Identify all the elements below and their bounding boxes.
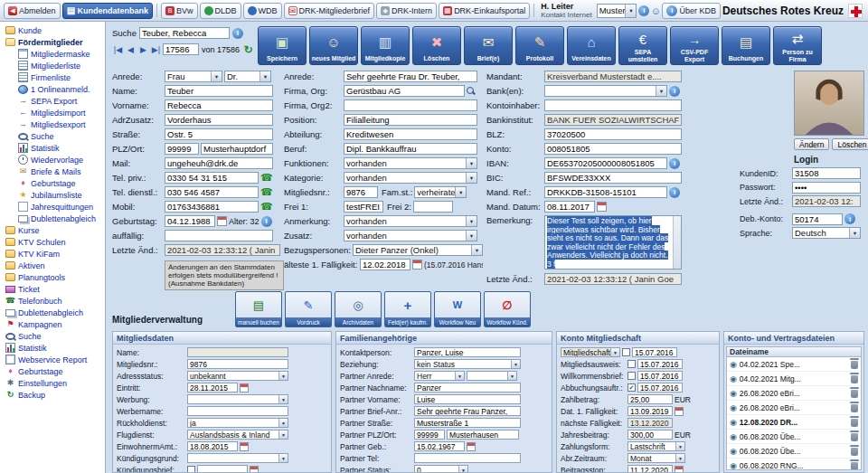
telpriv-input[interactable] — [165, 172, 259, 184]
firma-input[interactable] — [344, 85, 465, 97]
sidebar-item[interactable]: Mitgliedermaske — [2, 48, 105, 60]
debkonto-input[interactable] — [792, 213, 843, 225]
admin-button[interactable]: manuell buchen — [235, 291, 282, 327]
app-bvw-button[interactable]: BVw — [161, 3, 198, 19]
file-row[interactable]: 04.02.2021 Spe... — [727, 357, 861, 372]
sidebar-item[interactable]: Statistik — [2, 142, 105, 154]
admin-button[interactable]: Vordruck — [285, 291, 332, 327]
bezugspersonen-select[interactable]: Dieter Panzer (Onkel) — [353, 244, 483, 256]
file-row[interactable]: 06.08.2020 Übe... — [727, 430, 861, 444]
sidebar-item[interactable]: Geburtstage — [2, 177, 105, 189]
sidebar-item[interactable]: Kunde — [2, 24, 105, 36]
calendar-icon[interactable] — [467, 442, 476, 451]
file-row[interactable]: 04.02.2021 Mitg... — [727, 372, 861, 386]
banken-select[interactable] — [544, 85, 667, 97]
app-dldb-button[interactable]: DLDB — [200, 3, 241, 19]
partner-tel-input[interactable] — [414, 453, 521, 463]
briefanrede-input[interactable] — [344, 71, 477, 82]
md-mitgliedsnr-input[interactable] — [187, 359, 288, 369]
phone-icon[interactable] — [260, 173, 273, 183]
sidebar-item[interactable]: Webservice Report — [2, 354, 105, 365]
sidebar-item[interactable]: Telefonbuch — [2, 295, 105, 307]
partner-ort-input[interactable] — [447, 430, 519, 440]
partner-vorname-input[interactable] — [414, 394, 521, 404]
anrede-select[interactable]: Frau — [165, 71, 222, 82]
zahlbetrag-input[interactable] — [627, 394, 673, 404]
teldienst-input[interactable] — [165, 186, 259, 198]
app-wdb-button[interactable]: WDB — [243, 3, 282, 19]
partner-titel-select[interactable] — [467, 371, 517, 381]
sidebar-item[interactable]: Aktiven — [2, 260, 105, 271]
delete-file-icon[interactable] — [851, 462, 858, 470]
vorname-input[interactable] — [165, 99, 273, 111]
photo-change-button[interactable]: Ändern — [794, 138, 829, 150]
zusatz-select[interactable]: vorhanden — [344, 230, 477, 241]
toolbar-button[interactable]: Speichern — [258, 26, 307, 65]
titel-select[interactable]: Dr. — [224, 71, 271, 82]
view-file-icon[interactable] — [730, 360, 737, 369]
abbuchungsauftrag-checkbox[interactable] — [627, 383, 636, 392]
dat1-faelligkeit-input[interactable] — [627, 406, 673, 416]
eintritt-input[interactable] — [187, 383, 238, 393]
mitgliedschaft-checkbox[interactable] — [622, 348, 630, 356]
sidebar-item[interactable]: Kampagnen — [2, 318, 105, 330]
calendar-icon[interactable] — [675, 407, 684, 416]
anmerkung-select[interactable]: vorhanden — [344, 215, 477, 227]
delete-file-icon[interactable] — [851, 375, 858, 383]
sidebar-item[interactable]: Mitgliederliste — [2, 60, 105, 71]
frei2-input[interactable] — [413, 201, 453, 213]
toolbar-button[interactable]: Vereinsdaten — [567, 26, 616, 65]
toolbar-button[interactable]: SEPA umstellen — [618, 26, 667, 65]
flugdienst-select[interactable]: Auslandsbasis & Inland — [187, 430, 288, 440]
delete-file-icon[interactable] — [851, 448, 858, 456]
sidebar-item[interactable]: 1 Onlineanmeld. — [2, 83, 105, 95]
mobil-input[interactable] — [165, 201, 259, 213]
adressstatus-select[interactable]: unbekannt — [187, 371, 288, 381]
phone-icon[interactable] — [260, 187, 273, 197]
sidebar-item[interactable]: Kurse — [2, 224, 105, 236]
app-einkaufsportal-button[interactable]: DRK-Einkaufsportal — [439, 3, 530, 19]
delete-file-icon[interactable] — [851, 419, 858, 427]
admin-button[interactable]: Archivdaten — [335, 291, 382, 327]
ausweis-date-input[interactable] — [637, 359, 683, 369]
kuendigungsbrief-input[interactable] — [197, 465, 248, 472]
next-record-icon[interactable] — [137, 43, 149, 55]
calendar-icon[interactable] — [675, 466, 684, 472]
jahresbeitrag-input[interactable] — [627, 430, 673, 440]
rueckholdienst-select[interactable]: ja — [187, 418, 288, 428]
toolbar-button[interactable]: Buchungen — [722, 26, 770, 65]
kontaktperson-input[interactable] — [414, 347, 521, 357]
view-file-icon[interactable] — [730, 461, 737, 470]
sidebar-item[interactable]: Fördermitglieder — [2, 36, 105, 48]
ausweis-checkbox[interactable] — [627, 360, 636, 368]
sidebar-item[interactable]: Jahresquittungen — [2, 201, 105, 213]
file-row[interactable]: 26.08.2020 eBri... — [727, 401, 861, 415]
beziehung-select[interactable]: kein Status — [414, 359, 521, 369]
iban-info-icon[interactable] — [669, 158, 680, 169]
toolbar-button[interactable]: Protokoll — [515, 26, 564, 65]
phone-icon[interactable] — [260, 202, 273, 212]
about-kdb-button[interactable]: Über KDB — [662, 3, 721, 19]
admin-button[interactable]: Feld(er) kaufm. — [384, 291, 431, 327]
calendar-icon[interactable] — [240, 442, 249, 451]
file-row[interactable]: 06.08.2020 Übe... — [727, 444, 861, 459]
beruf-input[interactable] — [344, 143, 477, 155]
manddatum-input[interactable] — [544, 201, 595, 213]
sidebar-item[interactable]: Mitgliedsimport — [2, 107, 105, 118]
sidebar-item[interactable]: Dublettenabgleich — [2, 213, 105, 224]
calendar-icon[interactable] — [250, 466, 259, 472]
geburtstag-input[interactable] — [165, 215, 215, 227]
calendar-icon[interactable] — [412, 260, 422, 270]
app-drk-intern-button[interactable]: DRK-Intern — [376, 3, 437, 19]
bemerkung-textarea[interactable]: Dieser Test soll zeigen, ob hier irgende… — [544, 215, 682, 270]
alter-info-icon[interactable] — [261, 216, 272, 227]
partner-nachname-input[interactable] — [414, 383, 521, 393]
konto-input[interactable] — [544, 143, 682, 155]
mandref-input[interactable] — [544, 186, 667, 198]
toolbar-button[interactable]: Person zu Firma — [773, 26, 822, 65]
sidebar-item[interactable]: Backup — [2, 389, 105, 401]
view-file-icon[interactable] — [730, 447, 737, 456]
beitragsstop-input[interactable] — [627, 465, 673, 472]
iban-input[interactable] — [544, 157, 667, 169]
plz-input[interactable] — [165, 143, 199, 155]
